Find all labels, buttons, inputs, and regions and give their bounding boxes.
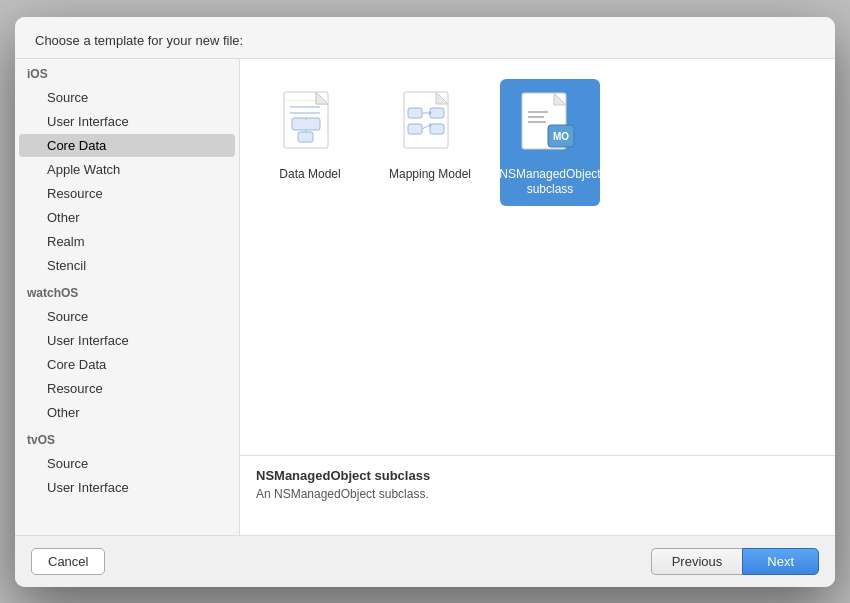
- cancel-button[interactable]: Cancel: [31, 548, 105, 575]
- sidebar-item-watch-coredata[interactable]: Core Data: [19, 353, 235, 376]
- svg-rect-15: [430, 124, 444, 134]
- nav-button-group: Previous Next: [651, 548, 819, 575]
- sidebar-item-tv-ui[interactable]: User Interface: [19, 476, 235, 499]
- svg-rect-26: [528, 121, 546, 123]
- sidebar-section-watchos: watchOS: [15, 278, 239, 304]
- nsmanaged-icon: MO: [518, 87, 582, 161]
- data-model-label: Data Model: [279, 167, 340, 183]
- dialog: Choose a template for your new file: iOS…: [15, 17, 835, 587]
- mapping-model-icon: [398, 87, 462, 161]
- description-title: NSManagedObject subclass: [256, 468, 819, 483]
- svg-rect-2: [290, 106, 320, 108]
- svg-rect-13: [408, 124, 422, 134]
- dialog-body: iOS Source User Interface Core Data Appl…: [15, 59, 835, 535]
- sidebar: iOS Source User Interface Core Data Appl…: [15, 59, 240, 535]
- sidebar-section-tvos: tvOS: [15, 425, 239, 451]
- description-text: An NSManagedObject subclass.: [256, 487, 819, 501]
- next-button[interactable]: Next: [742, 548, 819, 575]
- sidebar-item-ios-source[interactable]: Source: [19, 86, 235, 109]
- sidebar-item-watch-ui[interactable]: User Interface: [19, 329, 235, 352]
- svg-rect-25: [528, 116, 544, 118]
- dialog-footer: Cancel Previous Next: [15, 535, 835, 587]
- svg-rect-6: [298, 132, 313, 142]
- template-item-nsmanaged[interactable]: MO NSManagedObject subclass: [500, 79, 600, 206]
- dialog-title: Choose a template for your new file:: [15, 17, 835, 59]
- sidebar-item-ios-other[interactable]: Other: [19, 206, 235, 229]
- svg-text:MO: MO: [553, 131, 569, 142]
- mapping-model-label: Mapping Model: [389, 167, 471, 183]
- template-grid: Data Model: [240, 59, 835, 455]
- sidebar-item-ios-resource[interactable]: Resource: [19, 182, 235, 205]
- data-model-icon: [278, 87, 342, 161]
- sidebar-item-ios-ui[interactable]: User Interface: [19, 110, 235, 133]
- description-area: NSManagedObject subclass An NSManagedObj…: [240, 455, 835, 535]
- sidebar-item-watch-other[interactable]: Other: [19, 401, 235, 424]
- sidebar-item-watch-resource[interactable]: Resource: [19, 377, 235, 400]
- content-area: Data Model: [240, 59, 835, 535]
- template-item-data-model[interactable]: Data Model: [260, 79, 360, 206]
- previous-button[interactable]: Previous: [651, 548, 743, 575]
- sidebar-item-watch-source[interactable]: Source: [19, 305, 235, 328]
- svg-rect-24: [528, 111, 548, 113]
- nsmanaged-label: NSManagedObject subclass: [499, 167, 600, 198]
- template-item-mapping-model[interactable]: Mapping Model: [380, 79, 480, 206]
- svg-rect-3: [290, 112, 320, 114]
- sidebar-item-ios-realm[interactable]: Realm: [19, 230, 235, 253]
- svg-rect-12: [408, 108, 422, 118]
- sidebar-item-ios-stencil[interactable]: Stencil: [19, 254, 235, 277]
- sidebar-section-ios: iOS: [15, 59, 239, 85]
- sidebar-item-ios-coredata[interactable]: Core Data: [19, 134, 235, 157]
- sidebar-item-ios-applewatch[interactable]: Apple Watch: [19, 158, 235, 181]
- svg-rect-14: [430, 108, 444, 118]
- sidebar-item-tv-source[interactable]: Source: [19, 452, 235, 475]
